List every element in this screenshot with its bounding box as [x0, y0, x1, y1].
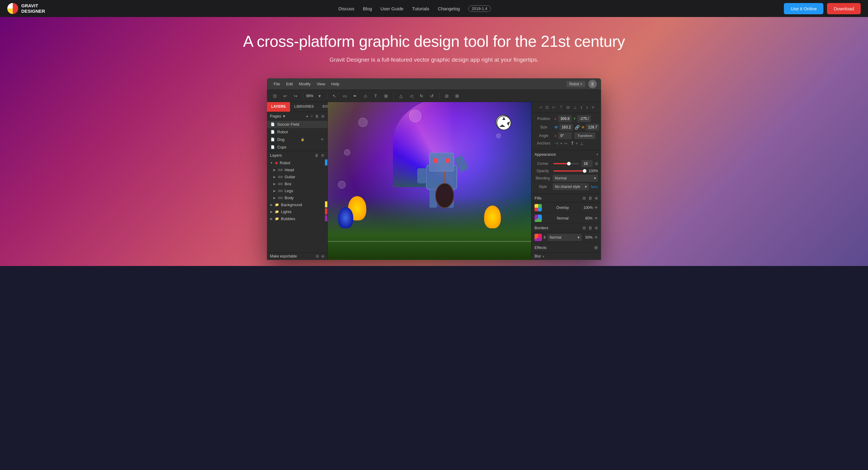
menu-modify[interactable]: Modify [299, 82, 310, 86]
nav-blog[interactable]: Blog [363, 6, 372, 11]
logo[interactable]: GRAVIT DESIGNER [7, 3, 45, 14]
opacity-slider-thumb[interactable] [583, 169, 586, 173]
align-center-v-icon[interactable]: ⊟ [565, 104, 571, 111]
toolbar-zoom-icon[interactable]: ▾ [315, 92, 324, 100]
layers-delete-icon[interactable]: 🗑 [315, 153, 318, 158]
layers-settings-icon[interactable]: ⚙ [321, 153, 324, 158]
toolbar-save-icon[interactable]: ⊡ [271, 92, 279, 100]
layer-head[interactable]: ▶ ⊞⊞ Head [267, 166, 328, 174]
text-tool-icon[interactable]: T [371, 92, 380, 100]
fills-delete-icon[interactable]: 🗑 [588, 196, 592, 200]
toolbar-undo-icon[interactable]: ↩ [281, 92, 289, 100]
nav-discuss[interactable]: Discuss [338, 6, 354, 11]
align-bottom-icon[interactable]: ⊥ [572, 104, 578, 111]
align-center-h-icon[interactable]: ⊡ [544, 104, 550, 111]
canvas-area[interactable] [328, 102, 531, 260]
anchor-top-icon[interactable]: + [576, 141, 578, 146]
layer-lights[interactable]: ▶ 📁 Lights [267, 208, 328, 215]
rectangle-tool-icon[interactable]: ▭ [340, 92, 349, 100]
page-item-soccer[interactable]: 📄 Soccer Field [267, 121, 328, 128]
menu-edit[interactable]: Edit [286, 82, 293, 86]
blending-select[interactable]: Normal ▾ [553, 175, 598, 182]
layer-box[interactable]: ▶ ⊞⊞ Box [267, 180, 328, 187]
pages-delete-icon[interactable]: 🗑 [315, 114, 319, 118]
fill-eye-1[interactable]: 👁 [594, 206, 598, 210]
nav-user-guide[interactable]: User Guide [380, 6, 404, 11]
size-w-input[interactable] [559, 124, 573, 131]
download-button[interactable]: Download [827, 3, 861, 14]
position-x-input[interactable] [558, 115, 571, 122]
robot-badge[interactable]: Robot × [566, 81, 585, 87]
effect-expand-icon[interactable]: ▾ [543, 255, 544, 258]
opacity-slider-track[interactable] [553, 170, 585, 171]
size-h-input[interactable] [586, 124, 599, 131]
layer-guitar[interactable]: ▶ ⊞⊞ Guitar [267, 174, 328, 180]
page-item-dog[interactable]: 📄 Dog 🔒 👁 [267, 136, 328, 143]
pages-add-icon[interactable]: + [311, 114, 313, 118]
page-item-cups[interactable]: 📄 Cups [267, 143, 328, 151]
fill-swatch-1[interactable] [534, 204, 542, 211]
arrow-tool-icon[interactable]: ◁ [407, 92, 415, 100]
menu-file[interactable]: File [274, 82, 280, 86]
tab-layers[interactable]: LAYERS [267, 102, 290, 112]
borders-adjust-icon[interactable]: ⊞ [583, 226, 586, 230]
effects-add-icon[interactable]: ⊕ [594, 245, 598, 250]
anchor-center-icon[interactable]: + [560, 141, 562, 146]
user-avatar[interactable] [588, 80, 597, 88]
lock-ratio-icon[interactable]: 🔗 [575, 125, 580, 130]
appearance-header[interactable]: Appearance ▾ [531, 150, 601, 158]
select-tool-icon[interactable]: ↖ [330, 92, 339, 100]
anchor-right-icon[interactable]: ⊢ [564, 141, 568, 146]
anchor-left-icon[interactable]: ⊣ [555, 141, 558, 146]
triangle-tool-icon[interactable]: △ [397, 92, 405, 100]
borders-delete-icon[interactable]: 🗑 [588, 226, 592, 230]
fills-adjust-icon[interactable]: ⊞ [583, 196, 586, 200]
knife-tool-icon[interactable]: ◇ [361, 92, 370, 100]
distribute-tool-icon[interactable]: ⊞ [453, 92, 461, 100]
distribute-h-icon[interactable]: ⫿ [579, 104, 584, 111]
transform-button[interactable]: Transform [575, 133, 595, 139]
angle-input[interactable] [558, 132, 571, 139]
toolbar-redo-icon[interactable]: ↪ [291, 92, 300, 100]
export-add-icon[interactable]: ⊕ [321, 254, 324, 258]
nav-tutorials[interactable]: Tutorials [412, 6, 429, 11]
layer-robot[interactable]: ▼ ▣ Robot [267, 159, 328, 166]
borders-add-icon[interactable]: ⊕ [595, 226, 598, 230]
export-settings-icon[interactable]: ⊞ [316, 254, 319, 258]
tab-libraries[interactable]: LIBRARIES [290, 102, 318, 112]
rotate-tool-icon[interactable]: ↻ [417, 92, 426, 100]
pen-tool-icon[interactable]: ✒ [351, 92, 359, 100]
style-sync-button[interactable]: Sync [591, 185, 598, 189]
distribute-3-icon[interactable]: ≡ [591, 104, 596, 111]
align-tool-icon[interactable]: ⊟ [442, 92, 451, 100]
pages-circle-icon[interactable]: ● [306, 114, 308, 118]
menu-help[interactable]: Help [331, 82, 340, 86]
fill-eye-2[interactable]: 👁 [594, 216, 598, 220]
distribute-v-icon[interactable]: ⫾ [585, 104, 589, 111]
border-eye-1[interactable]: 👁 [594, 235, 598, 240]
fills-add-icon[interactable]: ⊕ [595, 196, 598, 200]
nav-changelog[interactable]: Changelog [438, 6, 460, 11]
corner-options-icon[interactable]: ⊞ [595, 161, 598, 166]
style-select[interactable]: No shared style ▾ [553, 183, 589, 190]
layer-legs[interactable]: ▶ ⊞⊞ Legs [267, 187, 328, 194]
layer-body[interactable]: ▶ ⊞⊞ Body [267, 194, 328, 201]
menu-view[interactable]: View [317, 82, 325, 86]
use-online-button[interactable]: Use it Online [784, 3, 824, 14]
image-tool-icon[interactable]: ⊞ [382, 92, 390, 100]
pages-more-icon[interactable]: ⊞ [321, 114, 324, 118]
flip-tool-icon[interactable]: ↺ [428, 92, 436, 100]
page-item-robot[interactable]: 📄 Robot [267, 128, 328, 136]
corner-slider-track[interactable] [553, 163, 579, 164]
border-swatch-1[interactable] [534, 234, 542, 241]
border-mode-select[interactable]: Normal ▾ [548, 234, 582, 241]
layer-bubbles[interactable]: ▶ 📁 Bubbles [267, 215, 328, 222]
align-right-icon[interactable]: ⊢ [551, 104, 557, 111]
fill-swatch-2[interactable] [534, 215, 542, 222]
corner-value-input[interactable] [582, 160, 592, 167]
align-left-icon[interactable]: ⊣ [537, 104, 543, 111]
corner-slider-thumb[interactable] [567, 162, 571, 165]
pages-dropdown-icon[interactable]: ▾ [283, 114, 285, 118]
align-top-icon[interactable]: ⊤ [558, 104, 564, 111]
position-y-input[interactable] [577, 115, 591, 122]
